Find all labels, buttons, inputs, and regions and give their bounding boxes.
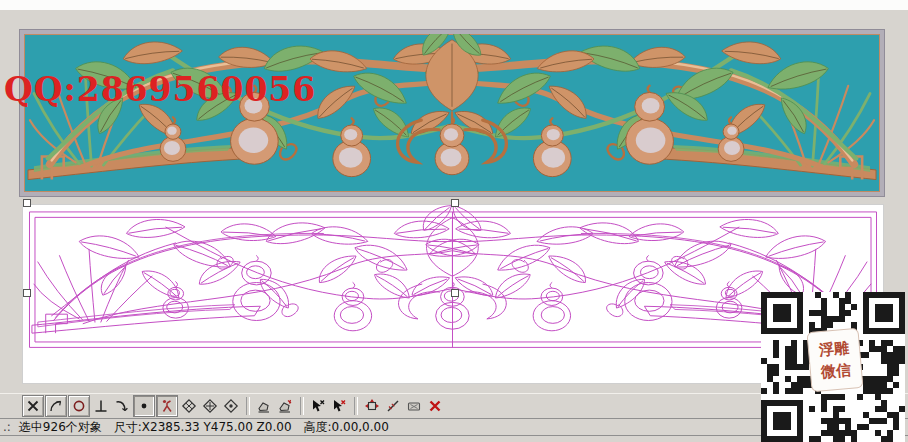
toolbar-separator — [354, 397, 358, 415]
delete-icon[interactable] — [22, 395, 44, 417]
selection-handle-top-center[interactable] — [451, 199, 459, 207]
status-dimensions: 尺寸:X2385.33 Y475.00 Z0.00 — [114, 419, 292, 436]
qr-label-line1: 浮雕 — [818, 336, 850, 361]
selection-handle-top-left[interactable] — [23, 199, 31, 207]
eraser-icon[interactable] — [404, 396, 424, 416]
view-iso-3-icon[interactable] — [221, 396, 241, 416]
view-iso-1-icon[interactable] — [179, 396, 199, 416]
select-x-red-icon[interactable] — [329, 396, 349, 416]
smooth-tool-alt-icon[interactable] — [275, 396, 295, 416]
watermark-text: QQ:2869560056 — [4, 70, 316, 109]
status-selection-count: 选中926个对象 — [19, 419, 102, 436]
node-edit-icon[interactable] — [156, 395, 178, 417]
close-icon[interactable] — [425, 396, 445, 416]
transform-icon[interactable] — [362, 396, 382, 416]
smooth-tool-icon[interactable] — [254, 396, 274, 416]
relief-artwork — [24, 34, 880, 192]
qr-label-line2: 微信 — [820, 359, 852, 384]
perpendicular-icon[interactable] — [91, 396, 111, 416]
status-grip: .: — [3, 420, 11, 434]
toolbar-separator — [300, 397, 304, 415]
node-dot-icon[interactable] — [133, 395, 155, 417]
view-iso-2-icon[interactable] — [200, 396, 220, 416]
qr-label: 浮雕 微信 — [806, 328, 863, 392]
qr-code-overlay: 浮雕 微信 — [761, 292, 905, 442]
circle-icon[interactable] — [68, 395, 90, 417]
relief-preview-panel[interactable] — [20, 30, 884, 196]
select-x-icon[interactable] — [308, 396, 328, 416]
selection-handle-center[interactable] — [451, 289, 459, 297]
selection-handle-left-center[interactable] — [23, 289, 31, 297]
toolbar-separator — [246, 397, 250, 415]
hatch-pen-icon[interactable] — [383, 396, 403, 416]
status-height: 高度:0.00,0.00 — [304, 419, 389, 436]
window-top-strip — [0, 0, 908, 10]
arc-icon[interactable] — [45, 395, 67, 417]
curve-icon[interactable] — [112, 396, 132, 416]
